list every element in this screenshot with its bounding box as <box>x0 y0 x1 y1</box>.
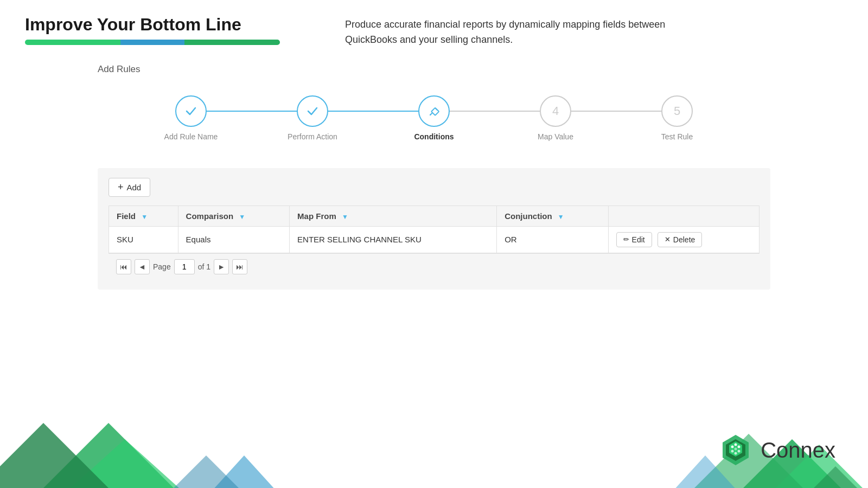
filter-icon-map-from[interactable]: ▼ <box>342 213 348 221</box>
step-label-4: Map Value <box>538 132 573 141</box>
col-header-actions <box>608 206 759 226</box>
cell-comparison: Equals <box>178 226 289 253</box>
add-button[interactable]: + Add <box>108 178 150 197</box>
section-title: Add Rules <box>98 64 770 75</box>
col-header-conjunction: Conjunction ▼ <box>497 206 608 226</box>
next-page-button[interactable]: ► <box>214 259 229 274</box>
step-1: Add Rule Name <box>130 95 252 141</box>
last-page-button[interactable]: ⏭ <box>232 259 247 274</box>
cell-field: SKU <box>109 226 178 253</box>
page-title: Improve Your Bottom Line <box>25 15 280 34</box>
plus-icon: + <box>118 182 124 193</box>
progress-segment-2 <box>120 40 184 45</box>
step-number-4: 4 <box>552 104 559 118</box>
filter-icon-field[interactable]: ▼ <box>141 213 148 221</box>
cell-actions: ✏ Edit ✕ Delete <box>608 226 759 253</box>
header-description: Produce accurate financial reports by dy… <box>345 15 671 48</box>
connex-text: Connex <box>761 438 835 463</box>
step-label-2: Perform Action <box>288 132 337 141</box>
step-circle-2 <box>297 95 328 127</box>
progress-segment-1 <box>25 40 120 45</box>
table-header-row: Field ▼ Comparison ▼ Map From ▼ Conjunct… <box>109 206 760 226</box>
svg-point-20 <box>735 444 737 446</box>
svg-rect-1 <box>431 107 439 115</box>
connex-logo: Connex <box>718 433 835 467</box>
filter-icon-comparison[interactable]: ▼ <box>239 213 245 221</box>
cell-conjunction: OR <box>497 226 608 253</box>
pagination: ⏮ ◄ Page of 1 ► ⏭ <box>108 253 760 280</box>
step-4: 4 Map Value <box>495 95 616 141</box>
svg-point-19 <box>731 446 734 448</box>
edit-icon: ✏ <box>623 235 629 243</box>
cell-map-from: ENTER SELLING CHANNEL SKU <box>290 226 497 253</box>
edit-button-label: Edit <box>632 235 645 244</box>
svg-point-25 <box>735 448 737 451</box>
svg-marker-5 <box>0 423 108 488</box>
step-2: Perform Action <box>252 95 373 141</box>
step-number-5: 5 <box>674 104 680 118</box>
step-label-3: Conditions <box>414 132 454 141</box>
of-label: of 1 <box>198 262 210 271</box>
filter-icon-conjunction[interactable]: ▼ <box>558 213 564 221</box>
table-row: SKU Equals ENTER SELLING CHANNEL SKU OR … <box>109 226 760 253</box>
step-circle-3 <box>418 95 450 127</box>
svg-point-22 <box>731 450 734 453</box>
step-circle-4: 4 <box>540 95 571 127</box>
header: Improve Your Bottom Line Produce accurat… <box>0 0 868 48</box>
page-label: Page <box>153 262 171 271</box>
step-circle-5: 5 <box>661 95 693 127</box>
delete-button[interactable]: ✕ Delete <box>658 232 702 247</box>
stepper: Add Rule Name Perform Action <box>98 85 770 152</box>
svg-point-24 <box>738 450 741 453</box>
svg-point-21 <box>738 446 741 448</box>
svg-marker-6 <box>190 455 298 488</box>
svg-point-23 <box>735 452 737 455</box>
svg-line-2 <box>436 108 437 110</box>
col-header-field: Field ▼ <box>109 206 178 226</box>
col-header-map-from: Map From ▼ <box>290 206 497 226</box>
svg-marker-3 <box>43 423 174 488</box>
main-content: Add Rules Add Rule Name Perform Action <box>0 48 868 290</box>
delete-button-label: Delete <box>673 235 695 244</box>
connex-logo-icon <box>718 433 753 467</box>
table-section: + Add Field ▼ Comparison ▼ Map From ▼ Co… <box>98 168 770 290</box>
progress-bar <box>25 40 280 45</box>
header-left: Improve Your Bottom Line <box>25 15 280 45</box>
add-button-label: Add <box>127 183 142 192</box>
prev-page-button[interactable]: ◄ <box>135 259 150 274</box>
step-label-1: Add Rule Name <box>164 132 218 141</box>
step-3: Conditions <box>373 95 495 141</box>
step-label-5: Test Rule <box>661 132 693 141</box>
svg-marker-12 <box>792 466 868 488</box>
first-page-button[interactable]: ⏮ <box>116 259 131 274</box>
delete-icon: ✕ <box>665 235 671 243</box>
col-header-comparison: Comparison ▼ <box>178 206 289 226</box>
step-circle-1 <box>175 95 207 127</box>
page-input[interactable] <box>174 259 195 274</box>
rules-table: Field ▼ Comparison ▼ Map From ▼ Conjunct… <box>108 206 760 253</box>
svg-marker-7 <box>152 455 260 488</box>
step-5: 5 Test Rule <box>616 95 738 141</box>
progress-segment-3 <box>184 40 280 45</box>
svg-marker-4 <box>71 439 179 488</box>
edit-button[interactable]: ✏ Edit <box>616 232 652 247</box>
